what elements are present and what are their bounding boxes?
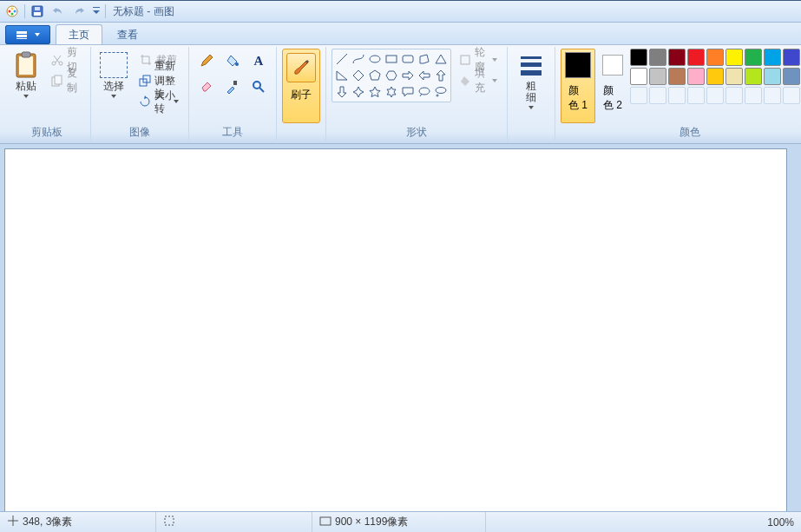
paste-button[interactable]: 粘贴 [9, 49, 43, 123]
palette-swatch[interactable] [725, 68, 743, 85]
undo-icon[interactable] [49, 3, 67, 20]
group-label: 工具 [194, 125, 271, 141]
shape-line[interactable] [334, 51, 350, 67]
palette-swatch[interactable] [745, 49, 762, 66]
chevron-down-icon [174, 100, 179, 103]
group-label: 图像 [96, 125, 183, 141]
canvas-size: 900 × 1199像素 [335, 515, 408, 529]
shape-arrow-up[interactable] [433, 68, 449, 83]
palette-swatch[interactable] [687, 68, 705, 85]
group-label: 颜色 [561, 125, 801, 141]
copy-button[interactable]: 复制 [47, 71, 85, 90]
shape-callout-rect[interactable] [400, 84, 416, 100]
shape-hexagon[interactable] [384, 68, 399, 83]
outline-icon [459, 53, 471, 67]
palette-swatch[interactable] [764, 87, 781, 104]
fill-button[interactable]: 填充 [455, 71, 502, 90]
palette-swatch[interactable] [706, 49, 724, 66]
size-button[interactable]: 粗 细 [513, 49, 549, 123]
palette-swatch[interactable] [687, 87, 705, 104]
fill-icon [459, 74, 471, 88]
shape-oval[interactable] [367, 51, 383, 67]
brush-button[interactable]: 刷子 [282, 49, 320, 123]
palette-swatch[interactable] [687, 49, 705, 66]
fill-tool[interactable] [220, 49, 245, 73]
palette-swatch[interactable] [668, 87, 686, 104]
svg-rect-31 [165, 516, 174, 525]
canvas[interactable] [5, 149, 786, 511]
rotate-button[interactable]: 旋转 [135, 92, 183, 111]
canvas-area[interactable] [0, 144, 801, 511]
customize-qat-dropdown[interactable] [91, 3, 102, 20]
shape-curve[interactable] [351, 51, 366, 67]
shape-pentagon[interactable] [367, 68, 383, 83]
svg-rect-15 [55, 76, 62, 84]
file-menu-button[interactable] [5, 25, 50, 44]
palette-swatch[interactable] [649, 68, 666, 85]
color2-swatch [603, 56, 622, 75]
svg-point-12 [52, 62, 56, 65]
crop-button[interactable]: 裁剪 [135, 50, 183, 69]
palette-swatch[interactable] [630, 68, 647, 85]
shape-arrow-left[interactable] [417, 68, 432, 83]
palette-swatch[interactable] [725, 87, 743, 104]
eraser-tool[interactable] [194, 75, 219, 99]
palette-swatch[interactable] [706, 87, 724, 104]
tab-view[interactable]: 查看 [104, 24, 151, 44]
shape-arrow-down[interactable] [334, 84, 350, 100]
palette-swatch[interactable] [783, 49, 800, 66]
palette-swatch[interactable] [668, 49, 686, 66]
palette-swatch[interactable] [745, 68, 762, 85]
select-icon [100, 51, 128, 79]
palette-swatch[interactable] [668, 68, 686, 85]
shape-polygon[interactable] [417, 51, 432, 67]
group-colors: 颜 色 1 颜 色 2 颜色 [555, 47, 801, 141]
size-label: 粗 细 [526, 81, 536, 103]
svg-point-26 [437, 95, 438, 96]
shapes-gallery[interactable] [332, 49, 451, 102]
redo-icon[interactable] [70, 3, 88, 20]
shape-star5[interactable] [367, 84, 383, 100]
shape-star6[interactable] [384, 84, 399, 100]
palette-swatch[interactable] [783, 68, 800, 85]
color1-button[interactable]: 颜 色 1 [561, 49, 595, 123]
pencil-tool[interactable] [194, 49, 219, 73]
shape-diamond[interactable] [351, 68, 366, 83]
svg-point-20 [253, 82, 260, 89]
shape-arrow-right[interactable] [400, 68, 416, 83]
svg-rect-27 [461, 56, 469, 64]
palette-swatch[interactable] [764, 68, 781, 85]
svg-rect-6 [34, 12, 41, 16]
shape-rect[interactable] [384, 51, 399, 67]
group-label: 形状 [332, 125, 502, 141]
palette-swatch[interactable] [783, 87, 800, 104]
svg-point-24 [419, 88, 430, 95]
text-tool[interactable]: A [246, 49, 271, 73]
tab-home[interactable]: 主页 [56, 24, 102, 44]
palette-swatch[interactable] [745, 87, 762, 104]
color2-button[interactable]: 颜 色 2 [599, 49, 627, 123]
svg-point-18 [235, 62, 239, 66]
shape-star4[interactable] [351, 84, 366, 100]
shape-rtriangle[interactable] [334, 68, 350, 83]
app-icon[interactable] [3, 3, 21, 20]
color-picker-tool[interactable] [220, 75, 245, 99]
shape-roundrect[interactable] [400, 51, 416, 67]
shape-callout-round[interactable] [417, 84, 432, 100]
select-button[interactable]: 选择 [96, 49, 131, 123]
palette-row-custom [630, 87, 801, 104]
palette-swatch[interactable] [649, 49, 666, 66]
chevron-down-icon [492, 79, 497, 82]
copy-icon [51, 74, 63, 88]
palette-swatch[interactable] [630, 87, 647, 104]
palette-swatch[interactable] [764, 49, 781, 66]
shape-callout-cloud[interactable] [433, 84, 449, 100]
window-title: 无标题 - 画图 [109, 4, 174, 19]
shape-triangle[interactable] [433, 51, 449, 67]
magnifier-tool[interactable] [246, 75, 271, 99]
palette-swatch[interactable] [649, 87, 666, 104]
palette-swatch[interactable] [706, 68, 724, 85]
palette-swatch[interactable] [630, 49, 647, 66]
save-icon[interactable] [29, 3, 46, 20]
palette-swatch[interactable] [725, 49, 743, 66]
